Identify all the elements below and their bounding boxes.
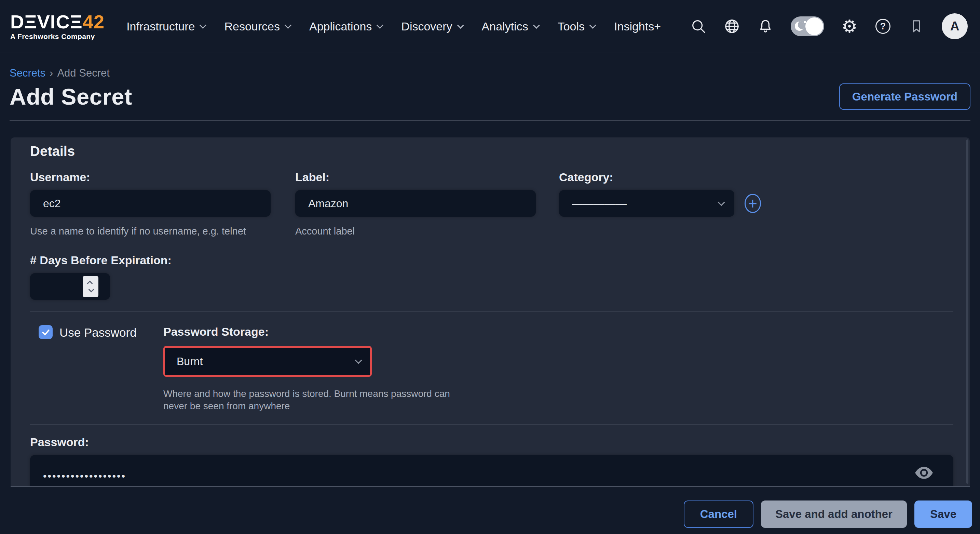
nav-item-infrastructure[interactable]: Infrastructure: [126, 20, 204, 33]
category-row: ————— +: [559, 184, 761, 217]
nav-label: Insights+: [614, 20, 661, 33]
label-input[interactable]: [295, 190, 536, 217]
logo-device-text: DΞVICΞ: [10, 11, 83, 32]
spinner-down-icon[interactable]: [89, 287, 94, 292]
chevron-down-icon: [457, 22, 464, 29]
days-before-expiration-label: # Days Before Expiration:: [30, 253, 953, 267]
nav-label: Tools: [558, 20, 585, 33]
category-field-group: Category: ————— +: [559, 171, 761, 237]
use-password-checkbox[interactable]: [38, 325, 52, 339]
breadcrumb: Secrets › Add Secret: [10, 67, 970, 79]
page-header: Secrets › Add Secret Add Secret Generate…: [0, 67, 980, 121]
search-icon[interactable]: [690, 18, 706, 35]
nav-item-insights[interactable]: Insights+: [614, 20, 661, 33]
password-storage-group: Password Storage: Burnt Where and how th…: [163, 325, 450, 412]
username-input[interactable]: [30, 190, 270, 217]
category-selected-value: —————: [572, 197, 627, 210]
chevron-down-icon: [589, 22, 596, 29]
nav-label: Analytics: [482, 20, 528, 33]
nav-item-discovery[interactable]: Discovery: [401, 20, 461, 33]
username-label: Username:: [30, 171, 270, 184]
nav-item-resources[interactable]: Resources: [224, 20, 290, 33]
chevron-down-icon: [355, 357, 362, 364]
card-scrollbar[interactable]: [966, 139, 968, 484]
generate-password-button[interactable]: Generate Password: [839, 83, 970, 110]
nav-label: Discovery: [401, 20, 452, 33]
header-divider: [10, 120, 970, 121]
gear-icon[interactable]: ⚙: [841, 18, 858, 35]
password-input[interactable]: [30, 455, 953, 487]
label-field-group: Label: Account label: [295, 171, 536, 237]
use-password-label: Use Password: [59, 326, 137, 340]
nav-item-applications[interactable]: Applications: [309, 20, 381, 33]
add-category-button[interactable]: +: [745, 194, 761, 213]
section-divider: [30, 424, 953, 425]
chevron-down-icon: [285, 22, 291, 29]
question-mark: ?: [875, 19, 891, 34]
toggle-knob: [805, 18, 823, 35]
save-button[interactable]: Save: [915, 501, 972, 528]
password-storage-select[interactable]: Burnt: [165, 347, 370, 375]
dark-mode-toggle[interactable]: [791, 16, 824, 36]
username-field-group: Username: Use a name to identify if no u…: [30, 171, 270, 237]
form-footer-actions: Cancel Save and add another Save: [684, 501, 972, 528]
chevron-down-icon: [377, 22, 383, 29]
days-input-wrap: [30, 273, 110, 300]
chevron-down-icon: [200, 22, 207, 29]
nav-label: Applications: [309, 20, 372, 33]
breadcrumb-secrets-link[interactable]: Secrets: [10, 67, 45, 79]
password-field-wrap: [30, 455, 953, 487]
nav-label: Infrastructure: [126, 20, 195, 33]
password-storage-label: Password Storage:: [163, 325, 450, 338]
password-storage-help-line1: Where and how the password is stored. Bu…: [163, 388, 450, 400]
logo-42-text: 42: [83, 11, 105, 32]
nav-item-tools[interactable]: Tools: [558, 20, 594, 33]
breadcrumb-separator: ›: [49, 67, 53, 79]
nav-item-analytics[interactable]: Analytics: [482, 20, 538, 33]
nav-label: Resources: [224, 20, 280, 33]
main-nav: Infrastructure Resources Applications Di…: [126, 20, 661, 33]
topbar-actions: ⚙ ? A: [690, 13, 968, 39]
use-password-group: Use Password: [38, 325, 163, 412]
logo-wordmark: DΞVICΞ42: [10, 12, 105, 32]
spinner-up-icon[interactable]: [87, 281, 92, 287]
details-section-title: Details: [30, 143, 953, 159]
label-label: Label:: [295, 171, 536, 184]
cancel-button[interactable]: Cancel: [684, 501, 754, 528]
days-before-expiration-group: # Days Before Expiration:: [30, 253, 953, 300]
globe-icon[interactable]: [724, 18, 740, 35]
category-label: Category:: [559, 171, 761, 184]
category-select[interactable]: —————: [559, 190, 734, 217]
help-icon[interactable]: ?: [875, 18, 891, 35]
chevron-down-icon: [718, 199, 725, 206]
bookmark-icon[interactable]: [908, 18, 924, 35]
password-label: Password:: [30, 435, 953, 449]
top-navigation-bar: DΞVICΞ42 A Freshworks Company Infrastruc…: [0, 0, 980, 53]
add-secret-form-card: Details Username: Use a name to identify…: [11, 137, 970, 487]
form-row-identity: Username: Use a name to identify if no u…: [30, 171, 953, 237]
save-and-add-another-button[interactable]: Save and add another: [761, 501, 907, 528]
user-avatar[interactable]: A: [942, 13, 968, 39]
password-storage-highlight-box: Burnt: [163, 346, 372, 377]
password-storage-selected-value: Burnt: [177, 355, 203, 368]
bell-icon[interactable]: [757, 18, 773, 35]
password-storage-help-line2: never be seen from anywhere: [163, 400, 450, 412]
number-spinner[interactable]: [83, 276, 99, 297]
show-password-eye-icon[interactable]: [915, 466, 934, 480]
moon-icon: [795, 22, 804, 31]
password-storage-help-text: Where and how the password is stored. Bu…: [163, 388, 450, 412]
logo-tagline: A Freshworks Company: [10, 32, 105, 41]
device42-logo[interactable]: DΞVICΞ42 A Freshworks Company: [10, 12, 105, 41]
section-divider: [30, 311, 953, 312]
chevron-down-icon: [533, 22, 540, 29]
breadcrumb-current: Add Secret: [57, 67, 109, 79]
gear-glyph: ⚙: [842, 18, 858, 35]
title-row: Add Secret Generate Password: [10, 83, 970, 110]
label-help-text: Account label: [295, 225, 536, 237]
password-options-row: Use Password Password Storage: Burnt Whe…: [30, 325, 953, 412]
username-help-text: Use a name to identify if no username, e…: [30, 225, 270, 237]
page-title: Add Secret: [10, 83, 132, 110]
